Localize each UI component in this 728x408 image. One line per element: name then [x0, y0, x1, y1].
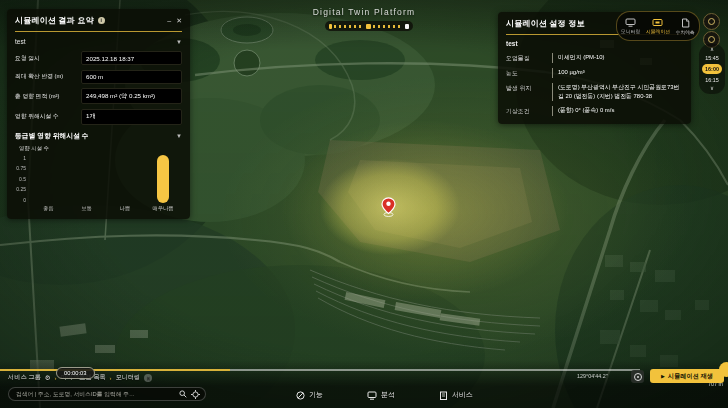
close-icon[interactable]: ✕ [176, 17, 182, 24]
row-source-location: 발생 위치 (도로명) 부산광역시 부산진구 시민공원로73번길 20 (범전동… [506, 83, 683, 101]
row-pollutant-value: 미세먼지 (PM-10) [552, 53, 683, 63]
search-input[interactable] [14, 390, 175, 398]
gear-icon[interactable]: ⚙ [45, 374, 51, 382]
breadcrumb-separator: › [110, 375, 112, 381]
facility-grade-chart: 영향 시설 수 1 0.75 0.5 0.25 0 좋음 보통 나쁨 매우나쁨 [15, 145, 182, 212]
analysis-icon [367, 391, 377, 400]
row-concentration-value: 100 µg/m³ [552, 68, 683, 78]
target-icon [634, 373, 642, 381]
chart-xaxis: 좋음 보통 나쁨 매우나쁨 [29, 205, 182, 212]
settings-panel-title: 시뮬레이션 설정 정보 [506, 18, 585, 29]
chevron-down-icon: ▼ [176, 133, 182, 139]
play-icon: ▶ [661, 374, 665, 379]
mode-tab-bar: 모니터링 시뮬레이션 수치예측 [616, 11, 700, 41]
menu-services[interactable]: 서비스 [439, 390, 473, 400]
scrubber-knob[interactable] [366, 24, 371, 29]
row-weather-value: (풍향) 0° (풍속) 0 m/s [552, 106, 683, 116]
chart-yaxis: 1 0.75 0.5 0.25 0 [15, 155, 29, 203]
timeline-progress [0, 369, 230, 371]
time-option-prev[interactable]: 15:45 [705, 55, 719, 61]
functions-icon [296, 391, 305, 400]
field-facility-count: 영향 위해시설 수 1개 [15, 109, 182, 125]
chart-plot-area [29, 155, 182, 203]
target-ring-icon [708, 36, 715, 43]
gps-locate-icon[interactable] [191, 390, 200, 399]
bottom-menu: 기능 분석 서비스 [296, 390, 473, 400]
menu-analysis[interactable]: 분석 [367, 390, 395, 400]
field-facility-count-value: 1개 [81, 109, 182, 125]
time-option-next[interactable]: 16:15 [705, 77, 719, 83]
digital-twin-app: { "app": { "platform_title": "Digital Tw… [0, 0, 728, 408]
field-request-time: 요청 일시 2025.12.18 18:37 [15, 51, 182, 65]
row-concentration: 농도 100 µg/m³ [506, 68, 683, 78]
scrubber-ticks-right [373, 25, 403, 28]
services-icon [439, 391, 448, 400]
close-icon[interactable]: ✕ [144, 374, 152, 382]
document-icon [681, 18, 690, 28]
field-max-radius: 최대 확산 반경 (m) 600 m [15, 70, 182, 84]
bar-very-bad [157, 155, 169, 203]
menu-functions[interactable]: 기능 [296, 390, 323, 400]
result-panel-title: 시뮬레이션 결과 요약 [15, 15, 94, 26]
scrubber-start-cap [329, 24, 332, 29]
time-stepper: ∧ 15:45 16:00 16:15 ∨ [699, 44, 725, 94]
breadcrumb-service-group[interactable]: 서비스 그룹 [8, 373, 41, 382]
elapsed-time-badge: 00:00:03 [56, 367, 95, 379]
row-pollutant: 오염물질 미세먼지 (PM-10) [506, 53, 683, 63]
scrubber-ticks-left [334, 25, 364, 28]
field-total-area: 총 영향 면적 (m²) 249,498 m² (약 0.25 km²) [15, 88, 182, 104]
chevron-down-icon[interactable]: ∨ [710, 86, 714, 91]
tab-monitoring[interactable]: 모니터링 [617, 12, 644, 40]
simulation-result-panel: 시뮬레이션 결과 요약 i – ✕ test ▼ 요청 일시 2025.12.1… [7, 9, 190, 219]
simulation-icon [652, 18, 663, 27]
scrubber-end-cap [405, 24, 409, 29]
chevron-up-icon[interactable]: ∧ [710, 47, 714, 52]
field-max-radius-value: 600 m [81, 70, 182, 84]
cursor-coordinates: 129°04'44.2" [577, 373, 608, 379]
play-simulation-button[interactable]: ▶ 시뮬레이션 재생 [650, 369, 724, 383]
result-panel-header: 시뮬레이션 결과 요약 i – ✕ [15, 15, 182, 32]
monitor-icon [625, 18, 636, 27]
search-bar [8, 387, 206, 401]
grade-section-header[interactable]: 등급별 영향 위해시설 수 ▼ [15, 131, 182, 141]
minimize-icon[interactable]: – [167, 17, 171, 24]
scenario-dropdown[interactable]: test ▼ [15, 38, 182, 45]
chart-ylabel: 영향 시설 수 [19, 145, 182, 152]
scenario-dropdown-value: test [15, 38, 25, 45]
field-total-area-value: 249,498 m² (약 0.25 km²) [81, 88, 182, 104]
row-source-location-value: (도로명) 부산광역시 부산진구 시민공원로73번길 20 (범전동) (지번)… [552, 83, 683, 101]
compass-icon [708, 18, 715, 25]
info-icon[interactable]: i [98, 17, 105, 24]
timeline-scrubber[interactable] [325, 21, 413, 31]
compass-button[interactable] [703, 13, 720, 30]
settings-scenario-name: test [506, 40, 683, 47]
search-icon[interactable] [179, 390, 187, 398]
pollution-source-pin[interactable] [381, 197, 396, 217]
recenter-button[interactable] [631, 370, 644, 383]
chevron-down-icon: ▼ [176, 39, 182, 45]
field-request-time-value: 2025.12.18 18:37 [81, 51, 182, 65]
tab-simulation[interactable]: 시뮬레이션 [644, 12, 671, 40]
row-weather: 기상조건 (풍향) 0° (풍속) 0 m/s [506, 106, 683, 116]
breadcrumb-monitoring[interactable]: 모니터링 [116, 373, 141, 382]
timeline-track[interactable] [0, 369, 640, 371]
time-option-current[interactable]: 16:00 [702, 64, 722, 74]
tab-forecast[interactable]: 수치예측 [672, 12, 699, 40]
